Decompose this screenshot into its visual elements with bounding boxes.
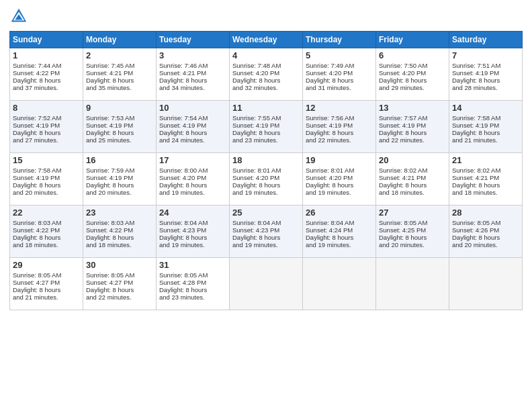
logo: [9, 7, 31, 26]
day-info-line: Sunset: 4:20 PM: [306, 174, 373, 181]
day-info-line: Daylight: 8 hours: [159, 181, 226, 189]
weekday-header: Tuesday: [157, 32, 230, 48]
day-number: 9: [86, 103, 153, 113]
day-info-line: Daylight: 8 hours: [452, 77, 519, 84]
calendar-day-cell: [449, 258, 523, 310]
day-info-line: Daylight: 8 hours: [452, 129, 519, 136]
day-info-line: Sunset: 4:28 PM: [159, 279, 226, 286]
day-info-line: and 25 minutes.: [86, 136, 153, 144]
day-info-line: Sunset: 4:20 PM: [379, 69, 446, 77]
day-info-line: Sunrise: 8:05 AM: [159, 271, 226, 279]
weekday-header: Monday: [83, 32, 157, 48]
day-info-line: and 21 minutes.: [452, 136, 519, 144]
day-number: 1: [13, 50, 80, 60]
day-info-line: Sunset: 4:22 PM: [13, 69, 80, 77]
calendar-day-cell: 11Sunrise: 7:55 AMSunset: 4:19 PMDayligh…: [230, 101, 303, 153]
day-info-line: Sunset: 4:19 PM: [452, 122, 519, 129]
day-info-line: Sunset: 4:20 PM: [306, 69, 373, 77]
day-info-line: Daylight: 8 hours: [306, 181, 373, 189]
day-info-line: Daylight: 8 hours: [232, 234, 300, 241]
day-info-line: and 22 minutes.: [86, 293, 153, 301]
calendar-week-row: 29Sunrise: 8:05 AMSunset: 4:27 PMDayligh…: [10, 258, 523, 310]
day-info-line: Daylight: 8 hours: [86, 234, 153, 241]
day-info-line: Sunset: 4:25 PM: [379, 226, 446, 234]
calendar-day-cell: 4Sunrise: 7:48 AMSunset: 4:20 PMDaylight…: [230, 48, 303, 101]
calendar-day-cell: 2Sunrise: 7:45 AMSunset: 4:21 PMDaylight…: [83, 48, 157, 101]
day-number: 17: [159, 155, 226, 165]
day-info-line: Sunrise: 7:58 AM: [452, 114, 519, 122]
day-number: 20: [379, 155, 446, 165]
calendar-day-cell: 5Sunrise: 7:49 AMSunset: 4:20 PMDaylight…: [303, 48, 376, 101]
day-info-line: Sunset: 4:23 PM: [159, 226, 226, 234]
day-info-line: Sunset: 4:19 PM: [13, 122, 80, 129]
day-info-line: and 28 minutes.: [452, 84, 519, 91]
day-info-line: Sunrise: 8:04 AM: [306, 219, 373, 226]
calendar-day-cell: 29Sunrise: 8:05 AMSunset: 4:27 PMDayligh…: [10, 258, 83, 310]
calendar-table: SundayMondayTuesdayWednesdayThursdayFrid…: [9, 31, 523, 310]
calendar-day-cell: [303, 258, 376, 310]
day-info-line: Daylight: 8 hours: [13, 286, 80, 293]
day-info-line: and 37 minutes.: [13, 84, 80, 91]
day-info-line: Sunset: 4:26 PM: [452, 226, 519, 234]
day-info-line: Sunrise: 7:55 AM: [232, 114, 300, 122]
calendar-day-cell: 7Sunrise: 7:51 AMSunset: 4:19 PMDaylight…: [449, 48, 523, 101]
day-number: 31: [159, 260, 226, 270]
day-info-line: Daylight: 8 hours: [452, 181, 519, 189]
calendar-day-cell: 6Sunrise: 7:50 AMSunset: 4:20 PMDaylight…: [376, 48, 449, 101]
day-info-line: Sunrise: 7:54 AM: [159, 114, 226, 122]
day-info-line: Sunrise: 8:00 AM: [159, 167, 226, 174]
calendar-day-cell: 21Sunrise: 8:02 AMSunset: 4:21 PMDayligh…: [449, 153, 523, 205]
day-info-line: and 27 minutes.: [13, 136, 80, 144]
day-info-line: Sunrise: 8:04 AM: [159, 219, 226, 226]
calendar-day-cell: 27Sunrise: 8:05 AMSunset: 4:25 PMDayligh…: [376, 205, 449, 258]
day-info-line: Daylight: 8 hours: [86, 286, 153, 293]
day-info-line: Sunrise: 7:48 AM: [232, 62, 300, 69]
day-info-line: Sunrise: 7:56 AM: [306, 114, 373, 122]
day-info-line: Daylight: 8 hours: [159, 286, 226, 293]
day-info-line: Sunrise: 7:52 AM: [13, 114, 80, 122]
calendar-day-cell: 16Sunrise: 7:59 AMSunset: 4:19 PMDayligh…: [83, 153, 157, 205]
day-info-line: Sunrise: 8:01 AM: [306, 167, 373, 174]
day-info-line: and 22 minutes.: [379, 136, 446, 144]
day-info-line: Sunrise: 7:49 AM: [306, 62, 373, 69]
day-info-line: Daylight: 8 hours: [306, 77, 373, 84]
day-info-line: Daylight: 8 hours: [13, 234, 80, 241]
day-info-line: and 32 minutes.: [232, 84, 300, 91]
calendar-day-cell: 31Sunrise: 8:05 AMSunset: 4:28 PMDayligh…: [157, 258, 230, 310]
day-info-line: and 24 minutes.: [159, 136, 226, 144]
day-number: 4: [232, 50, 300, 60]
day-number: 12: [306, 103, 373, 113]
day-number: 7: [452, 50, 519, 60]
day-number: 16: [86, 155, 153, 165]
day-number: 3: [159, 50, 226, 60]
page-container: SundayMondayTuesdayWednesdayThursdayFrid…: [0, 0, 532, 317]
day-info-line: Sunset: 4:20 PM: [232, 69, 300, 77]
day-info-line: Sunrise: 8:05 AM: [379, 219, 446, 226]
day-info-line: Sunrise: 7:44 AM: [13, 62, 80, 69]
day-info-line: Sunrise: 8:02 AM: [379, 167, 446, 174]
day-number: 10: [159, 103, 226, 113]
day-number: 25: [232, 208, 300, 218]
day-info-line: and 20 minutes.: [13, 189, 80, 196]
calendar-week-row: 8Sunrise: 7:52 AMSunset: 4:19 PMDaylight…: [10, 101, 523, 153]
day-info-line: and 29 minutes.: [379, 84, 446, 91]
day-info-line: and 18 minutes.: [452, 189, 519, 196]
day-number: 30: [86, 260, 153, 270]
day-info-line: Sunset: 4:21 PM: [379, 174, 446, 181]
day-info-line: Sunrise: 8:02 AM: [452, 167, 519, 174]
day-info-line: and 23 minutes.: [232, 136, 300, 144]
day-info-line: and 19 minutes.: [306, 189, 373, 196]
day-number: 18: [232, 155, 300, 165]
day-info-line: Daylight: 8 hours: [452, 234, 519, 241]
day-info-line: Sunrise: 8:05 AM: [86, 271, 153, 279]
calendar-day-cell: 9Sunrise: 7:53 AMSunset: 4:19 PMDaylight…: [83, 101, 157, 153]
day-info-line: Sunrise: 8:04 AM: [232, 219, 300, 226]
weekday-header: Saturday: [449, 32, 523, 48]
calendar-day-cell: 3Sunrise: 7:46 AMSunset: 4:21 PMDaylight…: [157, 48, 230, 101]
day-number: 26: [306, 208, 373, 218]
day-info-line: Daylight: 8 hours: [232, 129, 300, 136]
calendar-day-cell: 17Sunrise: 8:00 AMSunset: 4:20 PMDayligh…: [157, 153, 230, 205]
day-info-line: Daylight: 8 hours: [13, 181, 80, 189]
day-info-line: and 18 minutes.: [13, 241, 80, 248]
day-info-line: Daylight: 8 hours: [379, 181, 446, 189]
